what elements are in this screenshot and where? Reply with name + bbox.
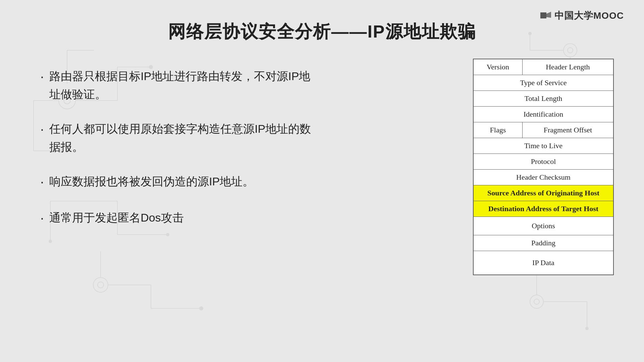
table-row-ip-data: IP Data <box>473 251 613 275</box>
cell-version: Version <box>473 59 522 75</box>
svg-point-13 <box>568 48 573 53</box>
ip-header-table: Version Header Length Type of Service To… <box>473 59 614 275</box>
bullet-dot-4: · <box>40 207 44 229</box>
cell-dest-address: Destination Address of Target Host <box>473 201 613 217</box>
bullet-text-4: 通常用于发起匿名Dos攻击 <box>49 208 315 227</box>
svg-point-12 <box>564 44 577 57</box>
table-row-protocol: Protocol <box>473 154 613 170</box>
table-row-total-length: Total Length <box>473 91 613 107</box>
bullet-dot-2: · <box>40 118 44 140</box>
svg-marker-37 <box>540 12 546 18</box>
cell-protocol: Protocol <box>473 154 613 170</box>
table-row-version: Version Header Length <box>473 59 613 75</box>
cell-ttl: Time to Live <box>473 138 613 154</box>
table-row-checksum: Header Checksum <box>473 170 613 185</box>
svg-point-32 <box>534 299 539 304</box>
bullet-item-1: · 路由器只根据目标IP地址进行路由转发，不对源IP地址做验证。 <box>40 67 315 104</box>
cell-source-address: Source Address of Originating Host <box>473 185 613 201</box>
cell-header-length: Header Length <box>522 59 613 75</box>
table-row-ttl: Time to Live <box>473 138 613 154</box>
cell-fragment-offset: Fragment Offset <box>522 122 613 138</box>
cell-identification: Identification <box>473 107 613 122</box>
bullet-item-3: · 响应数据报也将被发回伪造的源IP地址。 <box>40 172 315 192</box>
svg-point-36 <box>585 327 589 330</box>
table-row-source: Source Address of Originating Host <box>473 185 613 201</box>
bullet-item-2: · 任何人都可以使用原始套接字构造任意源IP地址的数据报。 <box>40 120 315 156</box>
table-row-flags: Flags Fragment Offset <box>473 122 613 138</box>
svg-point-24 <box>199 306 203 310</box>
bullet-dot-3: · <box>40 171 44 192</box>
left-content: · 路由器只根据目标IP地址进行路由转发，不对源IP地址做验证。 · 任何人都可… <box>40 67 315 245</box>
cell-padding: Padding <box>473 235 613 251</box>
svg-point-31 <box>530 295 543 308</box>
bullet-text-2: 任何人都可以使用原始套接字构造任意源IP地址的数据报。 <box>49 120 315 156</box>
bullet-text-1: 路由器只根据目标IP地址进行路由转发，不对源IP地址做验证。 <box>49 67 315 104</box>
cell-options: Options <box>473 217 613 235</box>
ip-header-diagram: Version Header Length Type of Service To… <box>473 59 614 275</box>
cell-total-length: Total Length <box>473 91 613 107</box>
svg-point-18 <box>93 278 108 292</box>
bullet-dot-1: · <box>40 66 44 87</box>
bullet-text-3: 响应数据报也将被发回伪造的源IP地址。 <box>49 172 315 190</box>
table-row-padding: Padding <box>473 235 613 251</box>
page-title: 网络层协议安全分析——IP源地址欺骗 <box>0 20 644 44</box>
bullet-item-4: · 通常用于发起匿名Dos攻击 <box>40 208 315 229</box>
table-row-options: Options <box>473 217 613 235</box>
cell-tos: Type of Service <box>473 75 613 91</box>
cell-flags: Flags <box>473 122 522 138</box>
table-row-identification: Identification <box>473 107 613 122</box>
table-row-dest: Destination Address of Target Host <box>473 201 613 217</box>
cell-header-checksum: Header Checksum <box>473 170 613 185</box>
table-row-tos: Type of Service <box>473 75 613 91</box>
cell-ip-data: IP Data <box>473 251 613 275</box>
svg-point-19 <box>98 282 104 288</box>
svg-marker-38 <box>546 12 551 18</box>
mooc-logo-icon <box>540 11 552 20</box>
